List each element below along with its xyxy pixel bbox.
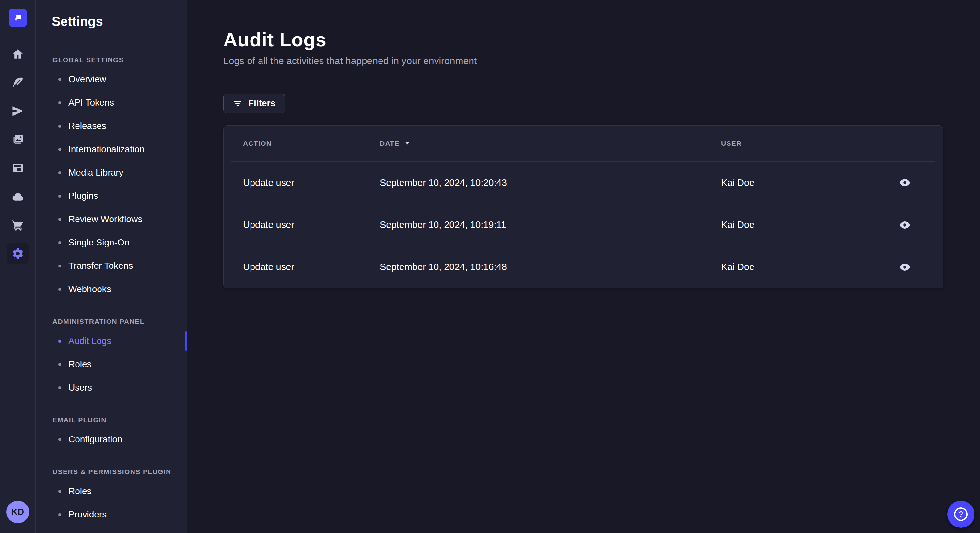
settings-button[interactable]	[7, 243, 29, 264]
sidebar-item-transfer-tokens[interactable]: Transfer Tokens	[36, 254, 187, 278]
strapi-logo[interactable]	[9, 9, 27, 27]
home-icon	[11, 48, 24, 60]
sidebar-item-review-workflows[interactable]: Review Workflows	[36, 208, 187, 231]
sidebar-item-releases[interactable]: Releases	[36, 114, 187, 138]
table-row[interactable]: Update user September 10, 2024, 10:16:48…	[231, 246, 935, 288]
media-library-button[interactable]	[7, 129, 29, 150]
paper-plane-icon	[11, 104, 25, 118]
layout-icon	[11, 162, 24, 174]
column-header-action: ACTION	[243, 140, 380, 148]
table-row[interactable]: Update user September 10, 2024, 10:19:11…	[231, 204, 935, 246]
main-content: Audit Logs Logs of all the activities th…	[187, 0, 980, 533]
strapi-logo-icon	[12, 12, 23, 23]
cell-user: Kai Doe	[721, 219, 896, 230]
marketplace-button[interactable]	[7, 214, 29, 236]
content-type-builder-button[interactable]	[7, 157, 29, 179]
home-button[interactable]	[7, 43, 29, 65]
bullet-icon	[58, 218, 61, 221]
section-header-global-settings: GLOBAL SETTINGS	[52, 56, 187, 64]
cell-action: Update user	[243, 262, 380, 272]
sidebar-item-webhooks[interactable]: Webhooks	[36, 278, 187, 301]
bullet-icon	[58, 171, 61, 174]
sidebar-title: Settings	[52, 14, 187, 29]
column-header-date[interactable]: DATE	[380, 140, 721, 148]
question-mark-icon: ?	[954, 508, 968, 521]
section-header-email-plugin: EMAIL PLUGIN	[52, 416, 187, 424]
eye-icon	[898, 261, 911, 274]
sidebar-item-media-library[interactable]: Media Library	[36, 161, 187, 184]
sidebar-item-up-roles[interactable]: Roles	[36, 479, 187, 503]
page-title: Audit Logs	[223, 29, 980, 51]
eye-icon	[898, 176, 911, 189]
help-button[interactable]: ?	[947, 501, 975, 528]
view-details-button[interactable]	[896, 258, 914, 276]
rail-bottom-divider	[0, 492, 35, 492]
cell-action: Update user	[243, 219, 380, 230]
sidebar-item-audit-logs[interactable]: Audit Logs	[36, 329, 187, 353]
bullet-icon	[58, 195, 61, 198]
cell-user: Kai Doe	[721, 178, 896, 188]
cell-date: September 10, 2024, 10:16:48	[380, 262, 721, 272]
settings-gear-icon	[11, 247, 24, 260]
filter-icon	[233, 98, 242, 108]
sidebar-item-up-providers[interactable]: Providers	[36, 503, 187, 526]
deploy-cloud-button[interactable]	[7, 186, 29, 207]
cell-action: Update user	[243, 178, 380, 188]
bullet-icon	[58, 241, 61, 244]
section-header-administration-panel: ADMINISTRATION PANEL	[52, 318, 187, 325]
nav-rail: KD	[0, 0, 36, 533]
column-header-user: USER	[721, 140, 914, 148]
filters-button[interactable]: Filters	[223, 94, 285, 113]
media-library-icon	[11, 133, 24, 146]
content-manager-button[interactable]	[7, 72, 29, 93]
user-avatar[interactable]: KD	[6, 501, 29, 523]
bullet-icon	[58, 288, 61, 291]
bullet-icon	[58, 386, 61, 389]
bullet-icon	[58, 78, 61, 81]
audit-logs-table: ACTION DATE USER Update user September 1…	[223, 125, 943, 288]
view-details-button[interactable]	[896, 216, 914, 234]
settings-sidebar: Settings GLOBAL SETTINGS Overview API To…	[36, 0, 187, 533]
sidebar-title-divider	[52, 38, 67, 39]
sidebar-item-overview[interactable]: Overview	[36, 68, 187, 91]
bullet-icon	[58, 339, 61, 343]
sort-desc-arrow-icon	[404, 140, 410, 147]
sidebar-item-email-configuration[interactable]: Configuration	[36, 428, 187, 451]
table-row[interactable]: Update user September 10, 2024, 10:20:43…	[231, 162, 935, 204]
bullet-icon	[58, 125, 61, 128]
bullet-icon	[58, 490, 61, 493]
bullet-icon	[58, 363, 61, 366]
marketplace-cart-icon	[11, 219, 24, 232]
sidebar-item-api-tokens[interactable]: API Tokens	[36, 91, 187, 114]
page-subtitle: Logs of all the activities that happened…	[223, 56, 980, 67]
releases-button[interactable]	[7, 100, 29, 122]
bullet-icon	[58, 102, 61, 104]
eye-icon	[898, 219, 911, 232]
bullet-icon	[58, 438, 61, 441]
sidebar-item-admin-roles[interactable]: Roles	[36, 353, 187, 376]
cell-date: September 10, 2024, 10:19:11	[380, 219, 721, 230]
bullet-icon	[58, 513, 61, 516]
sidebar-item-plugins[interactable]: Plugins	[36, 184, 187, 208]
sidebar-item-internationalization[interactable]: Internationalization	[36, 138, 187, 161]
section-header-users-permissions-plugin: USERS & PERMISSIONS PLUGIN	[52, 468, 187, 476]
table-header-row: ACTION DATE USER	[231, 125, 935, 162]
sidebar-item-admin-users[interactable]: Users	[36, 376, 187, 399]
feather-icon	[11, 76, 24, 89]
cloud-icon	[11, 190, 25, 203]
sidebar-item-single-sign-on[interactable]: Single Sign-On	[36, 231, 187, 254]
bullet-icon	[58, 148, 61, 151]
cell-date: September 10, 2024, 10:20:43	[380, 178, 721, 188]
bullet-icon	[58, 265, 61, 268]
view-details-button[interactable]	[896, 174, 914, 192]
cell-user: Kai Doe	[721, 262, 896, 272]
